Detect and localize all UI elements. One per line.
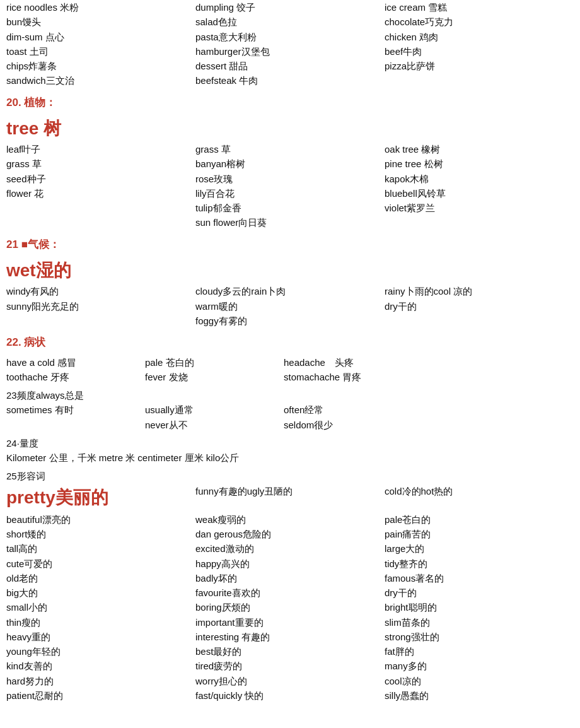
plants-header: 20. 植物： bbox=[6, 95, 574, 111]
food-section: rice noodles 米粉bun馒头dim-sum 点心toast 土司ch… bbox=[6, 0, 574, 88]
vocab-item: grass 草 bbox=[6, 156, 195, 171]
vocab-item: sunny阳光充足的 bbox=[6, 299, 195, 314]
vocab-item: rice noodles 米粉 bbox=[6, 0, 195, 15]
vocab-item: pale苍白的 bbox=[385, 512, 574, 527]
climate-col1: windy有风的sunny阳光充足的 bbox=[6, 284, 195, 328]
vocab-item: often经常 bbox=[284, 402, 574, 417]
freq-col2: usually通常never从不 bbox=[145, 402, 284, 432]
vocab-item: fever 发烧 bbox=[145, 370, 284, 384]
vocab-item: excited激动的 bbox=[195, 541, 385, 556]
vocab-item: tidy整齐的 bbox=[385, 556, 574, 571]
vocab-item: tulip郁金香 bbox=[195, 201, 385, 215]
adj-section: 25形容词 pretty美丽的 funny有趣的ugly丑陋的 cold冷的ho… bbox=[6, 469, 574, 703]
climate-grid: windy有风的sunny阳光充足的 cloudy多云的rain卜肉warm暖的… bbox=[6, 284, 574, 328]
adj-big-col2: funny有趣的ugly丑陋的 bbox=[195, 484, 385, 511]
vocab-item: rainy卜雨的cool 凉的 bbox=[385, 284, 574, 298]
vocab-item: short矮的 bbox=[6, 527, 195, 541]
climate-bigword: wet湿的 bbox=[6, 257, 574, 284]
vocab-item: old老的 bbox=[6, 571, 195, 585]
plants-col2: grass 草banyan榕树rose玫瑰lily百合花tulip郁金香sun … bbox=[195, 142, 385, 230]
vocab-item: hamburger汉堡包 bbox=[195, 44, 385, 59]
vocab-item: beautiful漂亮的 bbox=[6, 512, 195, 527]
vocab-item: favourite喜欢的 bbox=[195, 585, 385, 600]
freq-grid: sometimes 有时 usually通常never从不 often经常sel… bbox=[6, 402, 574, 432]
vocab-item: beef牛肉 bbox=[385, 44, 574, 59]
vocab-item: thin瘦的 bbox=[6, 615, 195, 630]
plants-bigword: tree 树 bbox=[6, 115, 574, 142]
measure-content: Kilometer 公里，千米 metre 米 centimeter 厘米 ki… bbox=[6, 450, 574, 465]
freq-col1: sometimes 有时 bbox=[6, 402, 145, 432]
climate-header: 21 ■气候： bbox=[6, 237, 574, 253]
adj-bigword: pretty美丽的 bbox=[6, 488, 108, 507]
vocab-item: pale 苍白的 bbox=[145, 355, 284, 370]
illness-section: 22. 病状 have a cold 感冒toothache 牙疼 pale 苍… bbox=[6, 334, 574, 384]
food-col2: dumpling 饺子salad色拉 pasta意大利粉hamburger汉堡包… bbox=[195, 0, 385, 88]
vocab-item: sometimes 有时 bbox=[6, 402, 145, 417]
vocab-item: beefsteak 牛肉 bbox=[195, 73, 385, 88]
plants-grid: leaf叶子grass 草seed种子flower 花 grass 草banya… bbox=[6, 142, 574, 230]
plants-section: 20. 植物： tree 树 leaf叶子grass 草seed种子flower… bbox=[6, 95, 574, 230]
freq-header-text: 23频度always总是 bbox=[6, 390, 84, 401]
vocab-item: weak瘦弱的 bbox=[195, 512, 385, 527]
vocab-item: dry干的 bbox=[385, 299, 574, 314]
vocab-item: tired疲劳的 bbox=[195, 659, 385, 673]
vocab-item: toothache 牙疼 bbox=[6, 370, 145, 384]
vocab-item: dessert 甜品 bbox=[195, 59, 385, 73]
vocab-item: slim苗条的 bbox=[385, 615, 574, 630]
vocab-item: dry干的 bbox=[385, 585, 574, 600]
vocab-item: pine tree 松树 bbox=[385, 156, 574, 171]
vocab-item: warm暖的 bbox=[195, 299, 385, 314]
vocab-item: fast/quickly 快的 bbox=[195, 688, 385, 703]
vocab-item: dumpling 饺子 bbox=[195, 0, 385, 15]
adj-big-col1: pretty美丽的 bbox=[6, 484, 195, 511]
vocab-item: badly坏的 bbox=[195, 571, 385, 585]
vocab-item: chocolate巧克力 bbox=[385, 15, 574, 29]
vocab-item: banyan榕树 bbox=[195, 156, 385, 171]
freq-header: 23频度always总是 bbox=[6, 388, 574, 402]
vocab-item: fat胖的 bbox=[385, 644, 574, 659]
freq-section: 23频度always总是 sometimes 有时 usually通常never… bbox=[6, 388, 574, 432]
vocab-item: kapok木棉 bbox=[385, 172, 574, 186]
vocab-item: important重要的 bbox=[195, 615, 385, 630]
vocab-item: famous著名的 bbox=[385, 571, 574, 585]
vocab-item: seed种子 bbox=[6, 172, 195, 186]
vocab-item: leaf叶子 bbox=[6, 142, 195, 156]
illness-col1: have a cold 感冒toothache 牙疼 bbox=[6, 355, 145, 385]
vocab-item: never从不 bbox=[145, 418, 284, 432]
adj-col1: beautiful漂亮的short矮的tall高的cute可爱的old老的big… bbox=[6, 512, 195, 703]
vocab-item: worry担心的 bbox=[195, 674, 385, 688]
vocab-item: headache 头疼 bbox=[284, 355, 574, 370]
adj-grid: beautiful漂亮的short矮的tall高的cute可爱的old老的big… bbox=[6, 512, 574, 703]
vocab-item: dim-sum 点心 bbox=[6, 30, 195, 44]
food-grid: rice noodles 米粉bun馒头dim-sum 点心toast 土司ch… bbox=[6, 0, 574, 88]
food-col3: ice cream 雪糕chocolate巧克力chicken 鸡肉beef牛肉… bbox=[385, 0, 574, 88]
vocab-item: bright聪明的 bbox=[385, 600, 574, 614]
vocab-item: young年轻的 bbox=[6, 644, 195, 659]
vocab-item: chicken 鸡肉 bbox=[385, 30, 574, 44]
illness-col2: pale 苍白的fever 发烧 bbox=[145, 355, 284, 385]
vocab-item: oak tree 橡树 bbox=[385, 142, 574, 156]
vocab-item: have a cold 感冒 bbox=[6, 355, 145, 370]
vocab-item: best最好的 bbox=[195, 644, 385, 659]
illness-header: 22. 病状 bbox=[6, 334, 574, 351]
vocab-item: big大的 bbox=[6, 585, 195, 600]
vocab-item: dan gerous危险的 bbox=[195, 527, 385, 541]
illness-col3: headache 头疼stomachache 胃疼 bbox=[284, 355, 574, 385]
vocab-item: chips炸薯条 bbox=[6, 59, 195, 73]
vocab-item: cute可爱的 bbox=[6, 556, 195, 571]
vocab-item: silly愚蠢的 bbox=[385, 688, 574, 703]
vocab-item: pizza比萨饼 bbox=[385, 59, 574, 73]
vocab-item: interesting 有趣的 bbox=[195, 630, 385, 644]
measure-section: 24·量度 Kilometer 公里，千米 metre 米 centimeter… bbox=[6, 436, 574, 466]
vocab-item: tall高的 bbox=[6, 541, 195, 556]
vocab-item: foggy有雾的 bbox=[195, 314, 385, 328]
vocab-item: kind友善的 bbox=[6, 659, 195, 673]
vocab-item: stomachache 胃疼 bbox=[284, 370, 574, 384]
vocab-item: bun馒头 bbox=[6, 15, 195, 29]
climate-section: 21 ■气候： wet湿的 windy有风的sunny阳光充足的 cloudy多… bbox=[6, 237, 574, 328]
vocab-item: sandwich三文治 bbox=[6, 73, 195, 88]
vocab-item: large大的 bbox=[385, 541, 574, 556]
adj-bigrow: pretty美丽的 funny有趣的ugly丑陋的 cold冷的hot热的 bbox=[6, 484, 574, 511]
vocab-item: sun flower向日葵 bbox=[195, 215, 385, 230]
vocab-item: lily百合花 bbox=[195, 186, 385, 201]
